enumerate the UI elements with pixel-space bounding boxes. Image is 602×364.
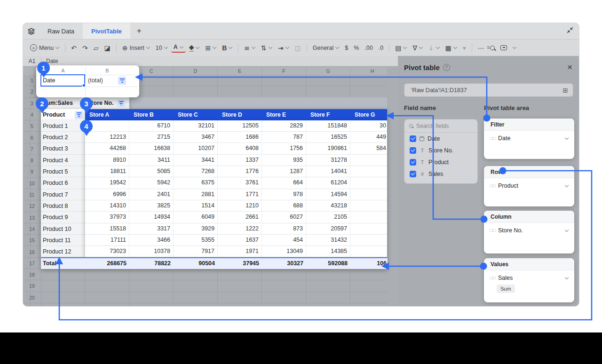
store-header[interactable]: Store A — [89, 109, 109, 120]
data-cell[interactable]: 3467 — [174, 132, 218, 142]
data-cell[interactable]: 15518 — [85, 223, 129, 234]
data-cell[interactable]: 688 — [262, 200, 306, 211]
drag-handle-icon[interactable]: ∷∷ — [490, 135, 495, 142]
row-header-18[interactable]: 18 — [23, 269, 41, 280]
comment-button[interactable] — [498, 44, 509, 52]
data-cell[interactable] — [350, 177, 387, 188]
data-cell[interactable]: 1514 — [174, 200, 218, 211]
data-cell[interactable]: 1756 — [262, 143, 306, 154]
data-cell[interactable]: 3761 — [218, 177, 262, 188]
row-header-12[interactable]: 12 — [23, 200, 41, 212]
data-cell[interactable]: 8910 — [85, 155, 129, 166]
data-cell[interactable]: 1637 — [218, 235, 262, 245]
data-cell[interactable]: 1337 — [218, 155, 262, 166]
product-cell[interactable]: Product 5 — [41, 166, 85, 177]
data-cell[interactable]: 14594 — [306, 189, 350, 200]
data-cell[interactable]: 151848 — [306, 120, 350, 131]
data-cell[interactable]: 44268 — [85, 143, 129, 154]
data-cell[interactable]: 190861 — [306, 143, 350, 154]
bold-button[interactable]: B — [220, 43, 235, 53]
find-button[interactable] — [488, 44, 497, 52]
data-cell[interactable] — [350, 200, 387, 211]
borders-button[interactable]: ⊞ — [203, 43, 219, 53]
data-cell[interactable]: 3466 — [129, 235, 174, 245]
data-cell[interactable]: 7268 — [174, 166, 218, 177]
total-cell[interactable]: 78822 — [129, 258, 174, 269]
data-cell[interactable]: 873 — [262, 223, 306, 234]
data-cell[interactable]: 31278 — [306, 155, 350, 166]
total-cell[interactable]: 268675 — [85, 258, 129, 269]
data-cell[interactable]: 19542 — [85, 177, 129, 188]
merge-cells-button[interactable]: ◫ — [293, 43, 303, 53]
currency-button[interactable]: $ — [342, 43, 350, 53]
product-cell[interactable]: Product 2 — [41, 132, 85, 143]
store-header[interactable]: Store B — [134, 109, 154, 120]
field-item-sales[interactable]: #Sales — [404, 168, 477, 180]
data-cell[interactable]: 584 — [350, 143, 387, 154]
data-cell[interactable]: 61204 — [306, 177, 350, 188]
data-cell[interactable]: 3441 — [174, 155, 218, 166]
data-cell[interactable]: 30 — [350, 120, 387, 131]
checkbox-checked[interactable] — [410, 159, 416, 166]
data-cell[interactable]: 7917 — [174, 246, 218, 257]
data-cell[interactable] — [350, 246, 387, 257]
field-item-store-no-[interactable]: TStore No. — [404, 144, 477, 156]
store-header[interactable]: Store D — [222, 109, 242, 120]
field-item-date[interactable]: Date — [404, 133, 477, 144]
total-cell[interactable]: 592088 — [306, 258, 350, 269]
data-cell[interactable]: 12505 — [218, 120, 262, 131]
row-header-13[interactable]: 13 — [23, 212, 41, 223]
data-cell[interactable]: 5355 — [174, 235, 218, 245]
column-header-e[interactable]: E — [218, 67, 262, 75]
total-cell[interactable]: 30327 — [262, 258, 306, 269]
chevron-down-icon[interactable] — [565, 135, 569, 139]
data-cell[interactable]: 1971 — [218, 246, 262, 257]
data-cell[interactable]: 5085 — [129, 166, 174, 177]
paint-format-button[interactable]: ▱ — [91, 43, 101, 53]
product-cell[interactable]: Product 8 — [41, 200, 85, 212]
field-item-product[interactable]: TProduct — [404, 156, 477, 168]
store-header[interactable]: Store G — [355, 109, 375, 120]
data-cell[interactable]: 2829 — [262, 120, 306, 131]
filter-icon[interactable] — [117, 99, 125, 107]
pivot-data-area[interactable]: 6710321011250528291518483012213271534671… — [85, 120, 387, 258]
data-cell[interactable]: 1776 — [218, 166, 262, 177]
product-cell[interactable]: Product 1 — [41, 120, 85, 132]
data-cell[interactable]: 10378 — [129, 246, 174, 257]
data-cell[interactable]: 1686 — [218, 132, 262, 142]
data-cell[interactable] — [350, 223, 387, 234]
product-column[interactable]: Product 1Product 2Product 3Product 4Prod… — [41, 120, 85, 258]
row-header-6[interactable]: 6 — [23, 132, 41, 143]
data-cell[interactable]: 6710 — [129, 120, 174, 131]
data-cell[interactable]: 5942 — [129, 177, 174, 188]
h-align-button[interactable]: ≡ — [242, 43, 258, 53]
checkbox-checked[interactable] — [410, 171, 416, 177]
data-cell[interactable]: 2105 — [306, 212, 350, 222]
decrease-decimal-button[interactable]: .0 — [376, 43, 386, 53]
undo-button[interactable]: ↶ — [69, 43, 79, 53]
data-cell[interactable]: 6049 — [174, 212, 218, 222]
group-button[interactable]: ▾ — [460, 43, 468, 53]
data-cell[interactable]: 20597 — [306, 223, 350, 234]
data-cell[interactable]: 1771 — [218, 189, 262, 200]
data-cell[interactable]: 3317 — [129, 223, 174, 234]
product-cell[interactable]: Product 4 — [41, 155, 85, 166]
clear-format-button[interactable]: ◪ — [102, 43, 113, 53]
row-header-17[interactable]: 17 — [23, 258, 41, 269]
aggregation-badge[interactable]: Sum — [497, 285, 515, 293]
data-cell[interactable]: 6027 — [262, 212, 306, 222]
data-cell[interactable]: 449 — [350, 132, 387, 142]
data-cell[interactable]: 2881 — [174, 189, 218, 200]
redo-button[interactable]: ↷ — [80, 43, 90, 53]
select-range-icon[interactable]: ⊞ — [562, 87, 568, 94]
tab-pivottable[interactable]: PivotTable — [83, 23, 130, 39]
column-header-g[interactable]: G — [306, 67, 350, 75]
number-format-select[interactable]: General — [310, 43, 341, 53]
data-cell[interactable]: 16525 — [306, 132, 350, 142]
store-header[interactable]: Store C — [178, 109, 198, 120]
data-cell[interactable]: 16638 — [129, 143, 174, 154]
row-header-16[interactable]: 16 — [23, 246, 41, 258]
chevron-down-icon[interactable] — [565, 275, 569, 279]
row-header-8[interactable]: 8 — [23, 155, 41, 166]
data-cell[interactable]: 787 — [262, 132, 306, 142]
